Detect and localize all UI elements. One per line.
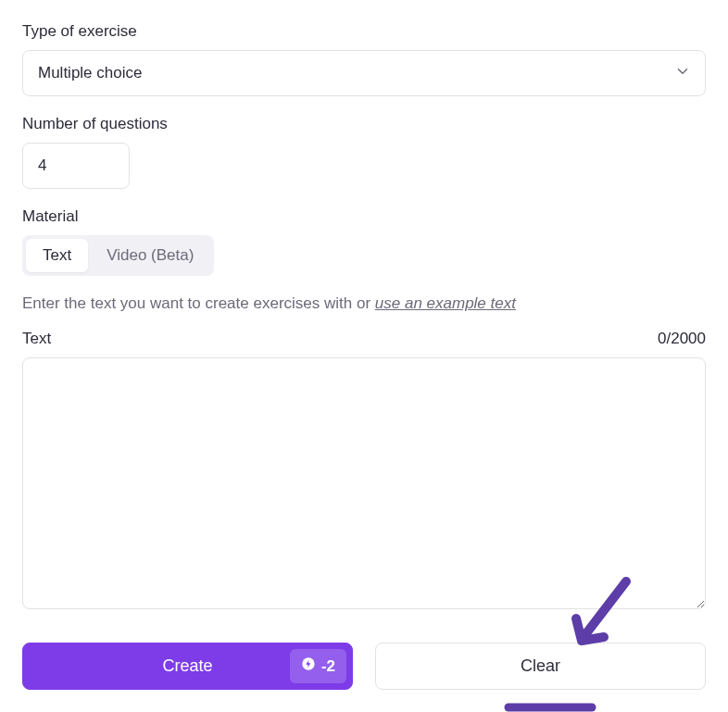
use-example-link[interactable]: use an example text — [375, 294, 516, 312]
text-input[interactable] — [22, 357, 706, 609]
material-label: Material — [22, 207, 706, 226]
form-container: Type of exercise Multiple choice Number … — [22, 22, 706, 690]
hint-text: Enter the text you want to create exerci… — [22, 294, 706, 313]
tab-video[interactable]: Video (Beta) — [90, 239, 210, 272]
tab-text[interactable]: Text — [26, 239, 88, 272]
text-header: Text 0/2000 — [22, 330, 706, 348]
exercise-type-select-wrapper: Multiple choice — [22, 50, 706, 96]
exercise-type-label: Type of exercise — [22, 22, 706, 41]
material-group: Material Text Video (Beta) — [22, 207, 706, 276]
text-label: Text — [22, 330, 51, 348]
exercise-type-value: Multiple choice — [38, 64, 142, 81]
create-cost-badge: -2 — [290, 649, 346, 683]
num-questions-label: Number of questions — [22, 115, 706, 133]
num-questions-group: Number of questions — [22, 115, 706, 189]
exercise-type-select[interactable]: Multiple choice — [22, 50, 706, 96]
annotation-underline-icon — [504, 702, 596, 712]
clear-button-label: Clear — [521, 656, 560, 676]
clear-button[interactable]: Clear — [375, 643, 706, 690]
hint-prefix: Enter the text you want to create exerci… — [22, 294, 375, 312]
create-button[interactable]: Create -2 — [22, 643, 353, 690]
bolt-icon — [301, 656, 316, 676]
button-row: Create -2 Clear — [22, 643, 706, 690]
material-segmented: Text Video (Beta) — [22, 235, 214, 276]
char-count: 0/2000 — [658, 330, 706, 348]
num-questions-input[interactable] — [22, 143, 130, 189]
create-cost-value: -2 — [321, 657, 335, 676]
exercise-type-group: Type of exercise Multiple choice — [22, 22, 706, 96]
